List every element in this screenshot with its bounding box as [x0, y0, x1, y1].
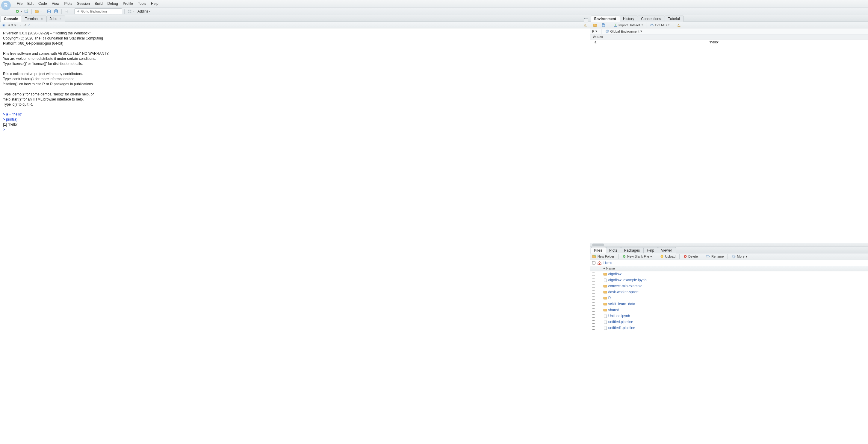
new-project-button[interactable] — [23, 8, 29, 14]
svg-rect-18 — [678, 26, 681, 27]
name-column-header[interactable]: Name — [602, 267, 868, 270]
file-checkbox[interactable] — [592, 308, 595, 312]
menu-tools[interactable]: Tools — [135, 0, 149, 7]
dropdown-arrow-icon[interactable]: ▾ — [40, 10, 42, 12]
svg-text:R: R — [3, 24, 4, 26]
scrollbar-thumb[interactable] — [592, 243, 604, 246]
svg-rect-11 — [128, 11, 129, 12]
folder-icon — [602, 272, 608, 276]
more-dropdown[interactable]: More ▾ — [732, 254, 747, 259]
save-workspace-button[interactable] — [600, 22, 607, 28]
file-checkbox[interactable] — [592, 320, 595, 324]
file-link[interactable]: scikit_learn_data — [608, 302, 635, 306]
tab-viewer[interactable]: Viewer — [658, 247, 676, 253]
menu-file[interactable]: File — [14, 0, 25, 7]
svg-rect-4 — [48, 10, 50, 11]
file-checkbox[interactable] — [592, 327, 595, 330]
console-out-1: [1] "hello" — [3, 123, 18, 127]
right-bottom-pane: FilesPlotsPackagesHelpViewer New Folder … — [590, 247, 868, 444]
file-link[interactable]: algoflow — [608, 272, 621, 276]
file-link[interactable]: untitled.pipeline — [608, 320, 633, 324]
r-scope-dropdown[interactable]: R ▾ — [592, 29, 597, 33]
env-horizontal-scrollbar[interactable] — [590, 243, 868, 246]
file-link[interactable]: Untitled.ipynb — [608, 314, 630, 318]
import-dataset-dropdown[interactable]: Import Dataset ▾ — [613, 23, 643, 27]
home-breadcrumb[interactable]: Home — [603, 261, 612, 265]
file-list-header: Name — [590, 266, 868, 271]
file-checkbox[interactable] — [592, 303, 595, 306]
tab-history[interactable]: History — [620, 15, 638, 22]
dropdown-arrow-icon[interactable]: ▾ — [21, 10, 22, 12]
delete-button[interactable]: Delete — [683, 254, 698, 258]
addins-dropdown[interactable]: Addins ▾ — [136, 9, 152, 13]
file-checkbox[interactable] — [592, 291, 595, 294]
menu-code[interactable]: Code — [36, 0, 50, 7]
file-checkbox[interactable] — [592, 314, 595, 318]
menu-help[interactable]: Help — [149, 0, 161, 7]
close-icon[interactable]: × — [41, 18, 43, 21]
tab-tutorial[interactable]: Tutorial — [664, 15, 684, 22]
env-toolbar: Import Dataset ▾ 122 MiB ▾ — [590, 22, 868, 28]
tab-label: Terminal — [25, 17, 38, 21]
wd-arrow-icon[interactable]: ⇗ — [28, 23, 30, 27]
console-body[interactable]: R version 3.6.3 (2020-02-29) -- "Holding… — [0, 28, 590, 444]
menu-debug[interactable]: Debug — [105, 0, 120, 7]
tab-console[interactable]: Console — [1, 15, 22, 22]
save-all-button[interactable] — [53, 8, 59, 14]
dropdown-arrow-icon[interactable]: ▾ — [133, 10, 134, 12]
separator — [610, 23, 610, 28]
new-folder-button[interactable]: New Folder — [592, 254, 614, 258]
file-row: R — [590, 295, 868, 301]
file-link[interactable]: convect-mlp-example — [608, 284, 643, 288]
tab-connections[interactable]: Connections — [638, 15, 665, 22]
r-version-label: R 3.6.3 — [8, 23, 18, 27]
tab-files[interactable]: Files — [591, 247, 606, 253]
home-icon[interactable] — [597, 261, 602, 265]
new-file-button[interactable] — [14, 8, 20, 14]
menu-build[interactable]: Build — [92, 0, 105, 7]
popout-icon[interactable] — [584, 18, 588, 22]
dropdown-arrow-icon: ▾ — [642, 24, 643, 26]
select-all-checkbox[interactable] — [592, 261, 595, 265]
r-logo: R — [1, 1, 11, 10]
tab-environment[interactable]: Environment — [591, 15, 620, 22]
load-workspace-button[interactable] — [592, 22, 598, 28]
tab-packages[interactable]: Packages — [621, 247, 644, 253]
plus-circle-icon — [622, 254, 626, 258]
menu-view[interactable]: View — [50, 0, 62, 7]
tab-terminal[interactable]: Terminal× — [22, 15, 46, 22]
file-checkbox[interactable] — [592, 278, 595, 282]
tab-help[interactable]: Help — [643, 247, 658, 253]
menu-edit[interactable]: Edit — [25, 0, 36, 7]
close-icon[interactable]: × — [60, 18, 61, 21]
menu-session[interactable]: Session — [74, 0, 92, 7]
clear-workspace-button[interactable] — [676, 22, 682, 28]
global-env-dropdown[interactable]: Global Environment ▾ — [605, 29, 643, 33]
goto-input[interactable] — [81, 9, 117, 13]
print-button[interactable] — [64, 8, 70, 14]
memory-usage-dropdown[interactable]: 122 MiB ▾ — [650, 23, 670, 27]
save-button[interactable] — [46, 8, 52, 14]
file-checkbox[interactable] — [592, 273, 595, 276]
file-link[interactable]: untitled1.pipeline — [608, 326, 635, 330]
file-link[interactable]: R — [608, 296, 611, 300]
clear-console-icon[interactable] — [584, 23, 588, 28]
file-link[interactable]: shared — [608, 308, 619, 312]
file-checkbox[interactable] — [592, 297, 595, 300]
file-link[interactable]: dask-worker-space — [608, 290, 639, 294]
file-link[interactable]: algoflow_example.ipynb — [608, 278, 647, 282]
new-blank-file-button[interactable]: New Blank File ▾ — [622, 254, 652, 259]
tab-jobs[interactable]: Jobs× — [46, 15, 65, 22]
separator — [618, 254, 619, 259]
upload-button[interactable]: Upload — [660, 254, 675, 258]
rename-button[interactable]: Rename — [706, 254, 724, 258]
file-checkbox[interactable] — [592, 284, 595, 288]
menu-profile[interactable]: Profile — [120, 0, 135, 7]
menu-plots[interactable]: Plots — [62, 0, 75, 7]
grid-button[interactable] — [127, 8, 133, 14]
open-file-button[interactable] — [34, 8, 40, 14]
tab-plots[interactable]: Plots — [606, 247, 621, 253]
goto-file-function-box[interactable] — [74, 8, 122, 14]
console-sub-toolbar: R R 3.6.3 · ~/ ⇗ — [0, 22, 590, 28]
env-row[interactable]: a"hello" — [590, 39, 868, 45]
